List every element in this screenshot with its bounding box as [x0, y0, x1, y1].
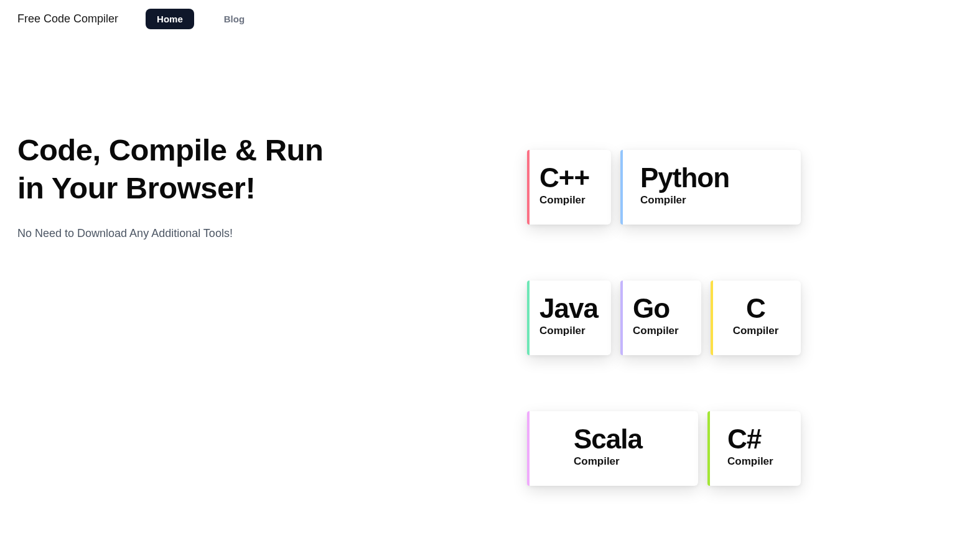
compiler-card-c[interactable]: C Compiler [711, 281, 801, 355]
compiler-card-java[interactable]: Java Compiler [527, 281, 611, 355]
card-inner: C++ Compiler [539, 164, 599, 207]
card-accent [620, 150, 623, 225]
card-accent [620, 281, 623, 355]
navbar: Free Code Compiler Home Blog [0, 0, 980, 38]
card-accent [527, 411, 530, 486]
card-title: C [723, 295, 788, 322]
card-row-3: Scala Compiler C# Compiler [527, 411, 801, 486]
card-inner: Java Compiler [539, 295, 599, 337]
card-sub: Compiler [640, 194, 788, 207]
card-inner: Scala Compiler [574, 425, 686, 468]
card-title: Scala [574, 425, 686, 453]
card-title: C++ [539, 164, 599, 192]
card-sub: Compiler [539, 325, 599, 337]
card-row-2: Java Compiler Go Compiler C Compiler [527, 281, 801, 355]
hero-heading-line1: Code, Compile & Run [17, 133, 323, 167]
card-accent [707, 411, 710, 486]
card-inner: C Compiler [723, 295, 788, 337]
card-sub: Compiler [723, 325, 788, 337]
card-sub: Compiler [574, 455, 686, 468]
card-sub: Compiler [633, 325, 689, 337]
nav-links: Home Blog [146, 9, 256, 29]
card-sub: Compiler [727, 455, 788, 468]
main-content: Code, Compile & Run in Your Browser! No … [0, 38, 980, 486]
hero-subtext: No Need to Download Any Additional Tools… [17, 227, 502, 240]
card-inner: Python Compiler [640, 164, 788, 207]
card-row-1: C++ Compiler Python Compiler [527, 150, 801, 225]
hero-section: Code, Compile & Run in Your Browser! No … [17, 119, 502, 486]
nav-home[interactable]: Home [146, 9, 194, 29]
nav-blog[interactable]: Blog [213, 9, 256, 29]
card-title: Python [640, 164, 788, 192]
card-accent [527, 150, 530, 225]
brand-title[interactable]: Free Code Compiler [17, 12, 118, 26]
compiler-card-scala[interactable]: Scala Compiler [527, 411, 698, 486]
card-title: Java [539, 295, 599, 322]
compiler-card-python[interactable]: Python Compiler [620, 150, 801, 225]
compiler-card-csharp[interactable]: C# Compiler [707, 411, 801, 486]
compiler-card-go[interactable]: Go Compiler [620, 281, 701, 355]
card-inner: Go Compiler [633, 295, 689, 337]
card-inner: C# Compiler [727, 425, 788, 468]
card-title: C# [727, 425, 788, 453]
hero-heading: Code, Compile & Run in Your Browser! [17, 131, 502, 207]
card-title: Go [633, 295, 689, 322]
card-sub: Compiler [539, 194, 599, 207]
card-accent [711, 281, 713, 355]
compiler-card-cpp[interactable]: C++ Compiler [527, 150, 611, 225]
compiler-cards: C++ Compiler Python Compiler Java Compil… [527, 119, 801, 486]
hero-heading-line2: in Your Browser! [17, 171, 255, 205]
card-accent [527, 281, 530, 355]
